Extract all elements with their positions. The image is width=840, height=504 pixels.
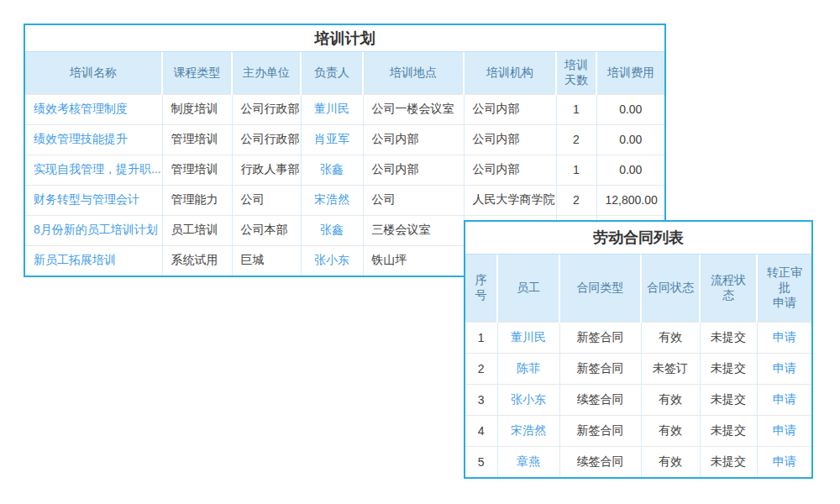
- agency-cell: 人民大学商学院: [464, 185, 556, 215]
- agency-cell: 公司内部: [464, 124, 556, 155]
- apply-link[interactable]: 申请: [773, 361, 796, 375]
- col-header-index: 序号: [465, 255, 497, 322]
- host-unit-cell: 公司行政部: [232, 94, 301, 124]
- labor-contract-card: 劳动合同列表 序号 员工 合同类型 合同状态 流程状 态 转正审批 申请 1 董…: [464, 220, 813, 479]
- owner-link[interactable]: 张小东: [314, 253, 349, 266]
- apply-link[interactable]: 申请: [773, 392, 796, 406]
- location-cell: 公司内部: [363, 155, 464, 185]
- course-type-cell: 管理能力: [162, 185, 232, 215]
- flow-status-cell: 未提交: [700, 415, 757, 446]
- table-row: 4 宋浩然 新签合同 有效 未提交 申请: [465, 415, 811, 446]
- course-type-cell: 制度培训: [162, 94, 232, 124]
- employee-link[interactable]: 董川民: [511, 330, 546, 344]
- contract-status-cell: 有效: [641, 322, 700, 353]
- contract-status-cell: 有效: [641, 415, 700, 446]
- labor-contract-table: 序号 员工 合同类型 合同状态 流程状 态 转正审批 申请 1 董川民 新签合同…: [465, 255, 811, 477]
- table-row: 1 董川民 新签合同 有效 未提交 申请: [465, 322, 811, 353]
- course-type-cell: 管理培训: [162, 124, 232, 155]
- location-cell: 三楼会议室: [363, 215, 464, 245]
- col-header-approval-apply: 转正审批 申请: [757, 255, 811, 322]
- cost-cell: 0.00: [596, 94, 664, 124]
- table-row: 财务转型与管理会计 管理能力 公司 宋浩然 公司 人民大学商学院 2 12,80…: [25, 185, 664, 215]
- employee-link[interactable]: 陈菲: [517, 361, 540, 375]
- flow-status-cell: 未提交: [700, 446, 757, 477]
- contract-type-cell: 新签合同: [559, 415, 641, 446]
- location-cell: 公司一楼会议室: [363, 94, 464, 124]
- flow-status-cell: 未提交: [700, 322, 757, 353]
- col-header-employee: 员工: [497, 255, 559, 322]
- table-row: 5 章燕 续签合同 有效 未提交 申请: [465, 446, 811, 477]
- training-name-link[interactable]: 实现自我管理，提升职...: [34, 162, 161, 176]
- apply-link[interactable]: 申请: [773, 454, 796, 468]
- days-cell: 2: [556, 124, 596, 155]
- host-unit-cell: 公司: [232, 185, 301, 215]
- owner-link[interactable]: 张鑫: [320, 223, 344, 236]
- employee-link[interactable]: 张小东: [511, 392, 546, 406]
- contract-type-cell: 续签合同: [559, 384, 641, 415]
- index-cell: 3: [465, 384, 497, 415]
- training-name-link[interactable]: 绩效管理技能提升: [34, 132, 128, 145]
- table-row: 实现自我管理，提升职... 管理培训 行政人事部 张鑫 公司内部 公司内部 1 …: [25, 155, 664, 185]
- col-header-contract-type: 合同类型: [559, 255, 641, 322]
- location-cell: 铁山坪: [363, 245, 464, 276]
- contract-type-cell: 新签合同: [559, 322, 641, 353]
- contract-status-cell: 有效: [641, 446, 700, 477]
- owner-link[interactable]: 肖亚军: [314, 132, 349, 145]
- host-unit-cell: 公司本部: [232, 215, 301, 245]
- course-type-cell: 员工培训: [162, 215, 232, 245]
- training-name-link[interactable]: 绩效考核管理制度: [34, 102, 128, 115]
- location-cell: 公司: [363, 185, 464, 215]
- host-unit-cell: 公司行政部: [232, 124, 301, 155]
- training-name-link[interactable]: 8月份新的员工培训计划: [34, 223, 158, 236]
- location-cell: 公司内部: [363, 124, 464, 155]
- cost-cell: 0.00: [596, 155, 664, 185]
- owner-link[interactable]: 张鑫: [320, 162, 344, 176]
- contract-status-cell: 有效: [641, 384, 700, 415]
- days-cell: 2: [556, 185, 596, 215]
- index-cell: 1: [465, 322, 497, 353]
- apply-link[interactable]: 申请: [773, 330, 796, 344]
- index-cell: 5: [465, 446, 497, 477]
- index-cell: 4: [465, 415, 497, 446]
- cost-cell: 0.00: [596, 124, 664, 155]
- agency-cell: 公司内部: [464, 155, 556, 185]
- labor-contract-title: 劳动合同列表: [465, 222, 811, 255]
- contract-type-cell: 续签合同: [559, 446, 641, 477]
- employee-link[interactable]: 章燕: [517, 454, 540, 468]
- training-name-link[interactable]: 新员工拓展培训: [34, 253, 116, 266]
- col-header-training-name: 培训名称: [25, 52, 162, 94]
- flow-status-cell: 未提交: [700, 353, 757, 384]
- agency-cell: 公司内部: [464, 94, 556, 124]
- table-row: 绩效考核管理制度 制度培训 公司行政部 董川民 公司一楼会议室 公司内部 1 0…: [25, 94, 664, 124]
- host-unit-cell: 行政人事部: [232, 155, 301, 185]
- days-cell: 1: [556, 94, 596, 124]
- contract-type-cell: 新签合同: [559, 353, 641, 384]
- col-header-flow-status: 流程状 态: [700, 255, 757, 322]
- apply-link[interactable]: 申请: [773, 423, 796, 437]
- col-header-course-type: 课程类型: [162, 52, 232, 94]
- contract-header-row: 序号 员工 合同类型 合同状态 流程状 态 转正审批 申请: [465, 255, 811, 322]
- course-type-cell: 管理培训: [162, 155, 232, 185]
- col-header-cost: 培训费用: [596, 52, 664, 94]
- col-header-days: 培训 天数: [556, 52, 596, 94]
- flow-status-cell: 未提交: [700, 384, 757, 415]
- col-header-contract-status: 合同状态: [641, 255, 700, 322]
- owner-link[interactable]: 董川民: [314, 102, 349, 115]
- training-name-link[interactable]: 财务转型与管理会计: [34, 192, 139, 206]
- col-header-owner: 负责人: [301, 52, 363, 94]
- training-plan-title: 培训计划: [25, 25, 664, 52]
- col-header-host-unit: 主办单位: [232, 52, 301, 94]
- host-unit-cell: 巨城: [232, 245, 301, 276]
- owner-link[interactable]: 宋浩然: [314, 192, 349, 206]
- contract-status-cell: 未签订: [641, 353, 700, 384]
- table-row: 3 张小东 续签合同 有效 未提交 申请: [465, 384, 811, 415]
- days-cell: 1: [556, 155, 596, 185]
- training-header-row: 培训名称 课程类型 主办单位 负责人 培训地点 培训机构 培训 天数 培训费用: [25, 52, 664, 94]
- employee-link[interactable]: 宋浩然: [511, 423, 546, 437]
- table-row: 绩效管理技能提升 管理培训 公司行政部 肖亚军 公司内部 公司内部 2 0.00: [25, 124, 664, 155]
- index-cell: 2: [465, 353, 497, 384]
- table-row: 2 陈菲 新签合同 未签订 未提交 申请: [465, 353, 811, 384]
- col-header-location: 培训地点: [363, 52, 464, 94]
- cost-cell: 12,800.00: [596, 185, 664, 215]
- course-type-cell: 系统试用: [162, 245, 232, 276]
